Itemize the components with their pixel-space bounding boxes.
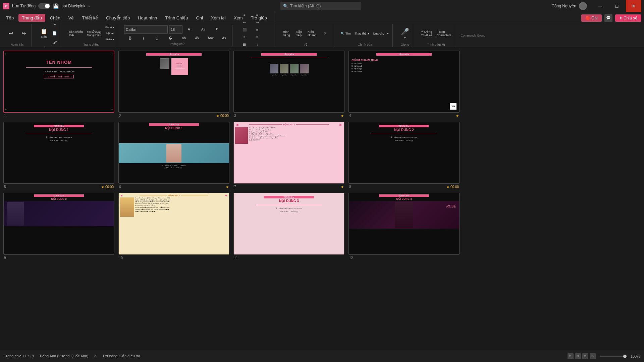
close-button[interactable]: ✕ bbox=[626, 0, 641, 12]
layout-button[interactable]: Bố trí ▾ bbox=[104, 25, 116, 30]
line-spacing-button[interactable]: ↕ bbox=[251, 41, 263, 48]
record-button[interactable]: 🔴 Ghi bbox=[581, 14, 602, 22]
dictate-button[interactable]: 🎤▾ bbox=[399, 25, 411, 42]
font-group: A↑ A↓ ✗ B I U S ab AV Aa▾ A▾ Phông chữ bbox=[122, 25, 232, 46]
commands-group-label: Commands Group bbox=[461, 34, 485, 37]
presenter-view-icon[interactable]: ▷ bbox=[590, 353, 596, 359]
language-status: Tiếng Anh (Vương Quốc Anh) bbox=[39, 354, 88, 358]
slide-content-3: TÊN NHÓM Họ và tên Họ và tên bbox=[234, 51, 344, 112]
slide-content-4: TÊN NHÓM CHỦ ĐỀ THUYẾT TRÌNH 01 Nội dung… bbox=[349, 51, 459, 112]
section-button[interactable]: Phần ▾ bbox=[104, 37, 116, 42]
slide-info-2: 2 ★ 00:00 bbox=[118, 114, 229, 118]
redo-button[interactable]: ↪ bbox=[17, 25, 30, 42]
slide-thumb-7[interactable]: NỘI DUNG 1 Lalisa Manoban (Tiếng Thái: ล… bbox=[233, 122, 344, 184]
italic-button[interactable]: I bbox=[138, 35, 150, 42]
font-color-button[interactable]: A▾ bbox=[218, 35, 230, 42]
voice-group: 🎤▾ Giọng bbox=[397, 24, 413, 47]
minimize-button[interactable]: ─ bbox=[592, 0, 608, 12]
reuse-slides-button[interactable]: Tái sử dụngTrang chiếu bbox=[85, 25, 103, 42]
slide10-dot-right bbox=[225, 195, 227, 196]
zoom-slider[interactable] bbox=[600, 356, 627, 357]
pixton-button[interactable]: PixtonCharacters bbox=[435, 25, 453, 42]
copy-button[interactable]: 📄 bbox=[51, 29, 59, 38]
format-painter-button[interactable]: 🖌 bbox=[51, 38, 59, 46]
slides-panel[interactable]: + + TÊN NHÓM THÀNH VIÊN TRONG NHÓM + CHỦ… bbox=[0, 47, 463, 350]
arrange-button[interactable]: Sắpxếp bbox=[293, 25, 305, 42]
columns-button[interactable]: ▦ bbox=[238, 41, 251, 48]
file-name: ppt Blackpink bbox=[61, 4, 85, 8]
reading-view-icon[interactable]: ⊡ bbox=[582, 353, 588, 359]
align-center-button[interactable]: ≡ bbox=[251, 26, 263, 33]
slide-sorter-icon[interactable]: ⊞ bbox=[575, 353, 581, 359]
shadow-button[interactable]: ab bbox=[178, 35, 190, 42]
underline-button[interactable]: U bbox=[151, 35, 163, 42]
slide-thumb-12[interactable]: TÊN NHÓM NỘI DUNG 3 ROSÉ bbox=[348, 193, 460, 255]
slide-info-8: 8 ★ 00:00 bbox=[348, 185, 460, 189]
font-family-input[interactable] bbox=[124, 25, 168, 34]
shapes-button[interactable]: Hìnhdạng bbox=[280, 25, 292, 42]
select-button[interactable]: Lựa chọn ▾ bbox=[372, 25, 391, 42]
increase-indent-button[interactable]: ⇥ bbox=[251, 19, 263, 26]
bold-button[interactable]: B bbox=[124, 35, 136, 42]
slide-thumb-11[interactable]: TÊN NHÓM NỘI DUNG 3 Ý CHÍNH NỘI DUNG 1 G… bbox=[233, 193, 344, 255]
menu-record[interactable]: Ghi bbox=[193, 14, 206, 22]
font-size-input[interactable] bbox=[169, 25, 182, 34]
numbering-button[interactable]: ≡ bbox=[251, 12, 263, 18]
comment-button[interactable]: 💬 bbox=[604, 14, 612, 22]
strikethrough-button[interactable]: S bbox=[164, 35, 176, 42]
new-slide-button[interactable]: Bản chiếuMới bbox=[67, 25, 85, 42]
bullets-button[interactable]: ≡ bbox=[238, 12, 251, 18]
slide-number-5: 5 bbox=[4, 185, 6, 189]
design-ideas-button[interactable]: Ý tưởngThiết kế bbox=[419, 25, 434, 42]
menu-file[interactable]: Tệp bbox=[3, 14, 17, 22]
autosave-toggle[interactable] bbox=[38, 3, 50, 9]
menu-slideshow[interactable]: Trình Chiếu bbox=[162, 14, 191, 22]
slide-thumb-8[interactable]: TÊN NHÓM NỘI DUNG 2 Ý CHÍNH NỘI DUNG 1 G… bbox=[348, 122, 460, 184]
quick-style-button[interactable]: KiểuNhanh bbox=[306, 25, 318, 42]
replace-button[interactable]: Thay thế ▾ bbox=[353, 25, 371, 42]
normal-view-icon[interactable]: ⊟ bbox=[568, 353, 574, 359]
decrease-indent-button[interactable]: ⇤ bbox=[238, 19, 251, 26]
menu-review[interactable]: Xem lại bbox=[208, 14, 229, 22]
clear-format-button[interactable]: ✗ bbox=[211, 26, 223, 33]
justify-button[interactable]: ≡ bbox=[251, 34, 263, 41]
save-icon[interactable]: 💾 bbox=[53, 3, 59, 9]
menu-draw[interactable]: Vẽ bbox=[65, 14, 77, 22]
menu-transitions[interactable]: Chuyển tiếp bbox=[103, 14, 133, 22]
maximize-button[interactable]: □ bbox=[609, 0, 625, 12]
menu-design[interactable]: Thiết kế bbox=[78, 14, 101, 22]
paste-button[interactable]: 📋Dán bbox=[38, 25, 50, 42]
increase-font-button[interactable]: A↑ bbox=[184, 26, 196, 33]
reset-button[interactable]: Đặt lại bbox=[104, 31, 116, 36]
slide-thumb-4[interactable]: TÊN NHÓM CHỦ ĐỀ THUYẾT TRÌNH 01 Nội dung… bbox=[348, 51, 460, 113]
slide-thumb-10[interactable]: NỘI DUNG 2 Jennie Kim (Hangul: 김제니; sinh… bbox=[118, 193, 229, 255]
slide-container-1: + + TÊN NHÓM THÀNH VIÊN TRONG NHÓM + CHỦ… bbox=[3, 51, 114, 118]
slide3-photo-3: Họ và tên bbox=[290, 64, 299, 76]
zoom-thumb[interactable] bbox=[623, 355, 627, 358]
slide-thumb-1[interactable]: + + TÊN NHÓM THÀNH VIÊN TRONG NHÓM + CHỦ… bbox=[3, 51, 114, 113]
slide-thumb-2[interactable]: TÊN NHÓM GROUP 1 GROUP 5 GROUP 5 ───── bbox=[118, 51, 229, 113]
align-right-button[interactable]: ≡ bbox=[238, 34, 251, 41]
char-spacing-button[interactable]: AV bbox=[191, 35, 203, 42]
slide-thumb-6[interactable]: TÊN NHÓM NỘI DUNG 1 Ý CHÍNH NỘI DUNG 1 G… bbox=[118, 122, 229, 184]
slide-thumb-9[interactable]: TÊN NHÓM NỘI DUNG 2 bbox=[3, 193, 114, 255]
share-button[interactable]: ⬆ Chia sẻ bbox=[615, 14, 641, 22]
slide-thumb-5[interactable]: TÊN NHÓM NỘI DUNG 1 Ý CHÍNH NỘI DUNG 1 G… bbox=[3, 122, 114, 184]
cut-button[interactable]: ✂ bbox=[51, 21, 59, 29]
slide-container-7: NỘI DUNG 1 Lalisa Manoban (Tiếng Thái: ล… bbox=[233, 122, 344, 189]
slide-info-3: 3 ★ bbox=[233, 114, 344, 118]
align-left-button[interactable]: ⬛ bbox=[238, 26, 251, 33]
shape-fill-button[interactable]: ▽ bbox=[319, 25, 331, 42]
undo-button[interactable]: ↩ bbox=[5, 25, 17, 42]
slide-thumb-3[interactable]: TÊN NHÓM Họ và tên Họ và tên bbox=[233, 51, 344, 113]
slide9-heading: NỘI DUNG 2 bbox=[4, 197, 114, 200]
user-avatar[interactable] bbox=[579, 2, 587, 10]
slide8-divider bbox=[371, 134, 437, 134]
search-bar[interactable]: 🔍 Tìm kiếm (Alt+Q) bbox=[280, 2, 361, 10]
find-button[interactable]: 🔍 Tìm bbox=[339, 25, 352, 42]
font-case-button[interactable]: Aa▾ bbox=[205, 35, 217, 42]
menu-animations[interactable]: Hoạt hình bbox=[135, 14, 160, 22]
decrease-font-button[interactable]: A↓ bbox=[197, 26, 209, 33]
slide8-heading: NỘI DUNG 2 bbox=[349, 128, 459, 132]
slide4-group-name: TÊN NHÓM bbox=[376, 53, 432, 56]
